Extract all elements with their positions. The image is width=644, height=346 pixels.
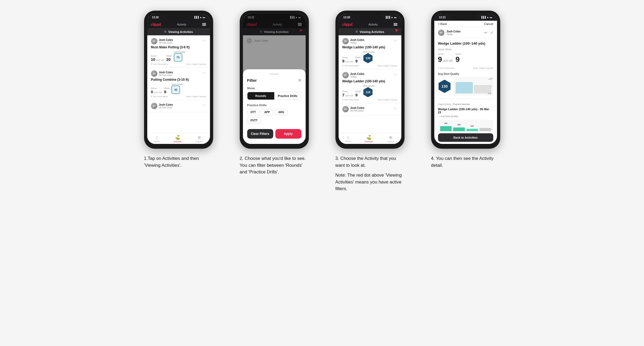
step-2-description: 2. Choose what you'd like to see. You ca…	[240, 155, 309, 176]
shots-big-4: 9	[456, 55, 460, 63]
clear-filters-btn-2[interactable]: Clear Filters	[247, 129, 273, 139]
red-dot-3	[395, 29, 398, 31]
nav-home-1[interactable]: ⌂ Home	[154, 135, 159, 143]
activities-icon-1: ⛳	[175, 135, 180, 140]
nav-activities-3[interactable]: ⛳ Activities	[365, 135, 373, 143]
user-date-1-1: 28 Feb 2023	[159, 41, 173, 44]
filter-show-label-2: Show	[247, 87, 301, 90]
user-info-1-2: JC Josh Coles 28 Feb 2023	[151, 70, 173, 77]
quality-label-3-1: Shot Quality	[363, 51, 374, 53]
drill-ott-2[interactable]: OTT	[247, 109, 259, 116]
home-label-3: Home	[345, 140, 351, 143]
shots-value-1-2: 9	[164, 89, 169, 94]
filter-sheet-2: Filter ✕ Show Rounds Practice Drills Pra…	[243, 69, 306, 144]
status-icons-1: ▐▐▐ ▲ ▬	[193, 16, 205, 19]
card-footer-1-1: ℹTest Information Data: Clippd Capture	[151, 63, 206, 65]
dots-menu-3-2[interactable]: ···	[394, 72, 398, 76]
hamburger-icon-3[interactable]	[394, 23, 397, 26]
card-footer-3-1: ℹTest Information Data: Clippd Capture	[342, 64, 398, 67]
quality-hex-3-2: 118	[363, 87, 373, 97]
activity-card-1-2[interactable]: JC Josh Coles 28 Feb 2023 ··· Putting Co…	[147, 68, 210, 100]
edit-icon-4[interactable]: ✏	[484, 31, 487, 35]
viewing-banner-1[interactable]: ⚙ Viewing Activities	[147, 28, 210, 35]
back-btn-4[interactable]: < Back	[438, 22, 447, 25]
stats-row-3-2: Score 7 OUT OF Shots 9 Shot Quality 118	[342, 85, 398, 97]
quality-label-3-2: Shot Quality	[363, 85, 374, 87]
drill-putt-2[interactable]: PUTT	[247, 117, 261, 124]
apply-btn-2[interactable]: Apply	[275, 129, 301, 139]
wifi-icon-4: ▲	[487, 16, 489, 19]
score-big-4: 9	[438, 55, 442, 64]
filter-title-2: Filter	[247, 78, 257, 83]
user-date-3-2: Today	[350, 75, 364, 78]
step-2-column: 13:21 ▐▐▐ ▲ ▬ clippd Activity	[232, 11, 317, 176]
activity-card-3-2[interactable]: JC Josh Coles Today ··· Wedge Ladder (10…	[339, 69, 401, 103]
user-name-3-2: Josh Coles	[350, 72, 364, 75]
stats-row-1-2: Score 0 OUT OF Shots 9 Shot Quality 45	[151, 83, 206, 94]
phone-4-notch	[454, 14, 478, 21]
phone-4: 13:21 ▐▐▐ ▲ ▬ < Back Cancel JC	[431, 11, 500, 149]
nav-home-3[interactable]: ⌂ Home	[345, 135, 351, 143]
step-4-column: 13:21 ▐▐▐ ▲ ▬ < Back Cancel JC	[423, 11, 508, 169]
quality-chart-4: 130 APP 100 50 0	[453, 77, 493, 96]
detail-header-4: < Back Cancel	[434, 21, 497, 27]
scroll-content-3: JC Josh Coles Today ··· Wedge Ladder (10…	[339, 35, 401, 133]
user-name-1-2: Josh Coles	[159, 71, 173, 74]
dots-menu-1-1[interactable]: ···	[202, 38, 206, 42]
drill-app-2[interactable]: APP	[261, 109, 273, 116]
app-header-1: clippd Activity	[147, 21, 210, 28]
viewing-banner-3[interactable]: ⚙ Viewing Activities	[339, 28, 401, 35]
activities-icon-3: ⛳	[366, 135, 372, 140]
scroll-content-1: JC Josh Coles 28 Feb 2023 ··· Must Make …	[147, 35, 210, 133]
app-header-3: clippd Activity	[339, 21, 401, 28]
capture-label-1: Capture	[195, 140, 203, 143]
activity-card-1-1[interactable]: JC Josh Coles 28 Feb 2023 ··· Must Make …	[147, 35, 210, 68]
avatar-1-3: JC	[151, 103, 157, 109]
dots-menu-3-1[interactable]: ···	[394, 38, 398, 42]
footer-left-3-1: Test Information	[344, 65, 359, 67]
banner-text-1: Viewing Activities	[168, 30, 193, 33]
detail-user-name-4: Josh Coles	[447, 30, 461, 33]
capture-label-3: Capture	[387, 140, 394, 143]
rounds-toggle-2[interactable]: Rounds	[247, 92, 274, 100]
step-3-description: 3. Choose the Activity that you want to …	[335, 155, 405, 192]
bar-label-4-2: 129	[457, 124, 461, 126]
avatar-3-2: JC	[342, 72, 349, 78]
bottom-nav-3: ⌂ Home ⛳ Activities ⊕ Capture	[339, 133, 401, 144]
cancel-btn-4[interactable]: Cancel	[484, 22, 493, 25]
wifi-icon-1: ▲	[200, 16, 202, 19]
bottom-nav-1: ⌂ Home ⛳ Activities ⊕ Capture	[147, 133, 210, 144]
signal-icon-4: ▐▐▐	[481, 16, 486, 19]
dots-menu-1-3[interactable]: ···	[202, 103, 206, 107]
score-label-1-2: Score	[151, 87, 162, 89]
session-divider-4: Player Activity · Practice Session	[438, 99, 493, 106]
user-info-3-3: JC Josh Coles 28 Feb 2023	[342, 106, 364, 112]
activity-card-3-3[interactable]: JC Josh Coles 28 Feb 2023 ···	[339, 103, 401, 116]
filter-close-2[interactable]: ✕	[298, 78, 301, 83]
detail-content-4: Wedge Ladder (100–140 yds) Score Shots S…	[434, 38, 497, 131]
home-icon-3: ⌂	[347, 135, 350, 140]
filter-icon-3: ⚙	[355, 30, 358, 33]
nav-capture-1[interactable]: ⊕ Capture	[195, 135, 203, 143]
dots-menu-1-2[interactable]: ···	[202, 70, 206, 75]
hamburger-icon-1[interactable]	[202, 23, 206, 26]
bar-4-2: 129	[453, 127, 465, 131]
nav-capture-3[interactable]: ⊕ Capture	[387, 135, 394, 143]
user-name-1-3: Josh Coles	[159, 103, 173, 106]
practice-toggle-2[interactable]: Practice Drills	[274, 92, 301, 100]
activities-label-1: Activities	[173, 140, 182, 143]
capture-icon-1: ⊕	[197, 135, 201, 140]
status-icons-4: ▐▐▐ ▲ ▬	[481, 16, 492, 19]
drill-arg-2[interactable]: ARG	[275, 109, 288, 116]
expand-icon-4[interactable]: ⤢	[490, 31, 493, 35]
dots-menu-3-3[interactable]: ···	[394, 106, 398, 110]
outof-label-4: OUT OF	[443, 59, 453, 62]
phone-3-screen: 13:20 ▐▐▐ ▲ ▬ clippd Activity	[339, 14, 401, 144]
y-labels-4: 100 50 0	[490, 77, 493, 96]
activity-card-1-3[interactable]: JC Josh Coles 28 Feb 2023 ···	[147, 100, 210, 113]
activity-card-3-1[interactable]: JC Josh Coles Today ··· Wedge Ladder (10…	[339, 35, 401, 69]
back-to-activities-btn-4[interactable]: Back to Activities	[438, 133, 493, 142]
nav-activities-1[interactable]: ⛳ Activities	[173, 135, 182, 143]
header-center-1: Activity	[177, 23, 186, 26]
player-activity-4: Player Activity ·	[438, 103, 453, 105]
